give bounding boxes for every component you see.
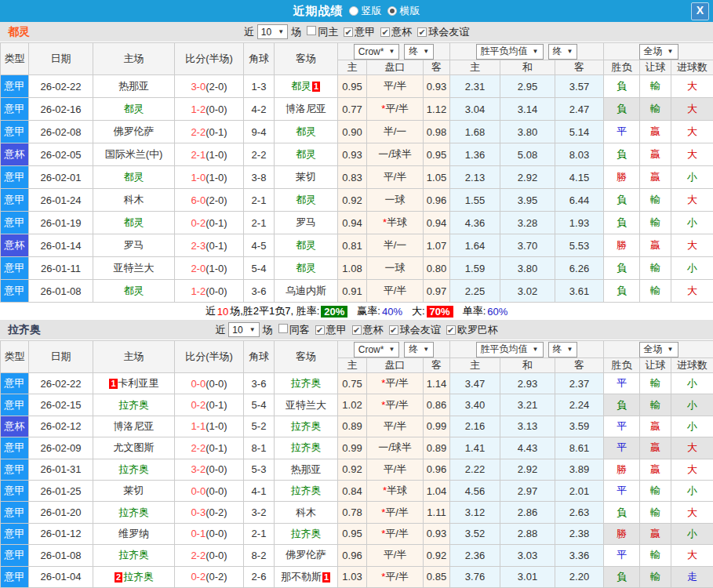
filter-checkbox[interactable]: ✔ (352, 325, 362, 335)
cell-odds-away: 0.94 (424, 212, 450, 234)
summary-text: 场,胜2平1负7, 胜率: (230, 304, 319, 318)
cell-avg-away: 4.15 (555, 166, 604, 189)
cell-avg-draw: 3.28 (500, 212, 555, 234)
cell-avg-away: 5.53 (555, 234, 604, 257)
vertical-layout-label[interactable]: 竖版 (362, 4, 382, 18)
cell-goals-result: 大 (671, 75, 713, 98)
cell-handicap-result: 輸 (640, 212, 671, 234)
horizontal-layout-radio[interactable] (387, 6, 397, 16)
cell-home-team: 1卡利亚里 (93, 373, 175, 394)
cell-match-type: 意甲 (1, 566, 29, 587)
final-odds-select[interactable]: 终▼ (548, 44, 578, 60)
column-header: 日期 (29, 341, 93, 373)
cell-handicap: 平/半 (367, 75, 424, 98)
avg-odds-select[interactable]: 胜平负均值▼ (476, 342, 544, 358)
close-button[interactable]: X (691, 2, 709, 20)
cell-avg-draw: 3.01 (500, 566, 555, 587)
cell-odds-home: 0.81 (338, 234, 367, 257)
cell-result: 平 (604, 121, 640, 143)
cell-away-team: 博洛尼亚 (275, 98, 338, 121)
cell-home-team: 维罗纳 (93, 523, 175, 544)
cell-odds-home: 0.77 (338, 98, 367, 121)
cell-handicap: *平/半 (367, 502, 424, 523)
cell-date: 26-02-22 (29, 373, 93, 394)
cell-result: 勝 (604, 166, 640, 189)
cell-handicap: 半/一 (367, 234, 424, 257)
rank-badge: 1 (109, 379, 117, 389)
rank-badge: 2 (115, 572, 122, 583)
cell-corners: 5-2 (244, 416, 275, 437)
filter-checkbox[interactable] (307, 26, 316, 35)
odds-company-select[interactable]: Crow*▼ (354, 44, 400, 60)
vertical-layout-radio[interactable] (349, 6, 358, 16)
cell-avg-away: 3.61 (555, 280, 604, 303)
cell-goals-result: 大 (671, 121, 713, 143)
cell-date: 26-01-19 (29, 212, 93, 234)
cell-date: 26-02-22 (29, 75, 93, 98)
cell-avg-home: 3.52 (450, 523, 500, 544)
cell-home-team: 都灵 (93, 280, 175, 303)
cell-score: 2-0(1-0) (175, 257, 244, 280)
cell-avg-home: 3.40 (450, 394, 500, 416)
odds-company-select[interactable]: Crow*▼ (354, 342, 400, 358)
cell-avg-away: 3.89 (555, 459, 604, 480)
sub-column-header: 让球 (640, 60, 671, 75)
cell-avg-home: 2.13 (450, 166, 500, 189)
cell-avg-home: 2.22 (450, 459, 500, 480)
cell-date: 26-02-12 (29, 416, 93, 437)
odds-select-group: Crow*▼终▼ (338, 43, 450, 60)
sub-column-header: 客 (555, 358, 604, 373)
cell-odds-away: 0.93 (424, 75, 450, 98)
cell-away-team: 都灵 (275, 257, 338, 280)
filter-checkbox-label: 同客 (289, 324, 310, 336)
cell-away-team: 都灵1 (275, 75, 338, 98)
full-match-select[interactable]: 全场▼ (639, 44, 678, 60)
filter-checkbox[interactable] (278, 324, 288, 333)
cell-score: 2-2(0-0) (175, 545, 244, 566)
cell-score: 0-1(0-0) (175, 523, 244, 544)
filter-checkbox[interactable]: ✔ (446, 325, 456, 335)
sub-column-header: 客 (555, 60, 604, 75)
lazio-results-table: 类型日期主场比分(半场)角球客场Crow*▼终▼胜平负均值▼终▼全场▼主盘口客主… (0, 340, 713, 588)
dialog-title: 近期战绩 (293, 4, 344, 19)
cell-match-type: 意甲 (1, 166, 29, 189)
cell-odds-home: 1.03 (338, 566, 367, 587)
cell-score: 2-2(0-1) (175, 437, 244, 459)
sub-column-header: 让球 (640, 358, 671, 373)
sub-column-header: 和 (500, 60, 555, 75)
cell-date: 26-01-11 (29, 257, 93, 280)
cell-avg-draw: 3.95 (500, 189, 555, 212)
cell-match-type: 意甲 (1, 437, 29, 459)
cell-avg-home: 2.31 (450, 75, 500, 98)
avg-odds-select[interactable]: 胜平负均值▼ (476, 44, 544, 60)
cell-date: 26-02-16 (29, 98, 93, 121)
cell-odds-away: 0.98 (424, 121, 450, 143)
rank-badge: 1 (322, 572, 330, 583)
sub-column-header: 盘口 (367, 60, 424, 75)
cell-result: 負 (604, 566, 640, 587)
cell-away-team: 科木 (275, 502, 338, 523)
recent-count-select[interactable]: 10▼ (257, 24, 288, 39)
cell-goals-result: 小 (671, 394, 713, 416)
cell-date: 26-01-31 (29, 459, 93, 480)
final-odds-select[interactable]: 终▼ (404, 342, 434, 358)
cell-result: 平 (604, 416, 640, 437)
chevron-down-icon: ▼ (533, 346, 539, 353)
filter-checkbox[interactable]: ✔ (344, 27, 353, 37)
filter-checkbox[interactable]: ✔ (417, 27, 427, 37)
full-match-select[interactable]: 全场▼ (639, 342, 678, 358)
cell-date: 26-02-08 (29, 121, 93, 143)
final-odds-select[interactable]: 终▼ (404, 44, 434, 60)
filter-checkbox[interactable]: ✔ (315, 325, 325, 335)
horizontal-layout-label[interactable]: 横版 (400, 4, 420, 18)
cell-date: 26-01-08 (29, 280, 93, 303)
cell-handicap: *平/半 (367, 523, 424, 544)
final-odds-select[interactable]: 终▼ (548, 342, 578, 358)
cell-goals-result: 小 (671, 212, 713, 234)
cell-away-team: 那不勒斯1 (275, 566, 338, 587)
filter-checkbox[interactable]: ✔ (389, 325, 398, 335)
recent-count-select[interactable]: 10▼ (228, 322, 259, 337)
filter-checkbox[interactable]: ✔ (380, 27, 390, 37)
cell-odds-home: 0.92 (338, 189, 367, 212)
column-header: 类型 (1, 341, 29, 373)
